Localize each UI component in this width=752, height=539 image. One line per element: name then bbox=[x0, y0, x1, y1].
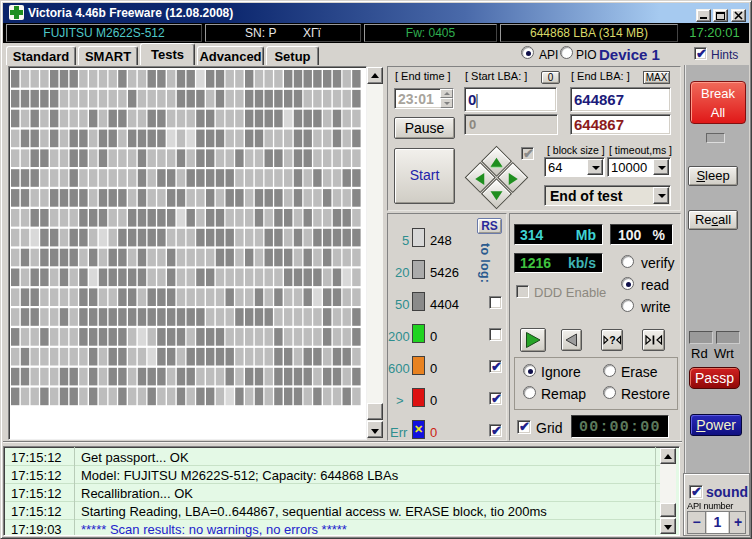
svg-text:?: ? bbox=[609, 334, 615, 346]
